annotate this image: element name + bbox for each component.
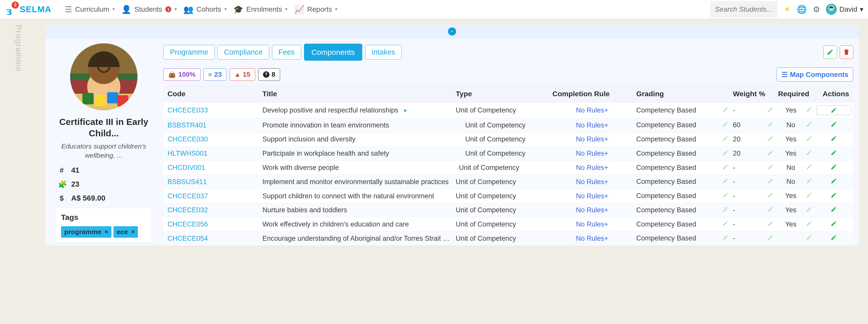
chip-units[interactable]: ≡23 [204, 68, 226, 81]
row-edit-button[interactable] [816, 121, 851, 128]
tab-programme[interactable]: Programme [163, 45, 215, 59]
edit-weight-icon[interactable] [767, 121, 774, 129]
code-link[interactable]: BSBSUS411 [167, 178, 207, 186]
edit-grading-icon[interactable] [722, 106, 728, 114]
row-edit-button[interactable] [816, 192, 851, 198]
row-edit-button[interactable] [816, 178, 851, 184]
completion-rule-link[interactable]: No Rules+ [576, 150, 608, 157]
map-components-button[interactable]: ☰Map Components [777, 68, 853, 81]
completion-rule-link[interactable]: No Rules+ [576, 121, 608, 129]
delete-button[interactable] [840, 45, 853, 59]
edit-button[interactable] [824, 45, 837, 59]
edit-weight-icon[interactable] [767, 192, 774, 200]
edit-grading-icon[interactable] [722, 121, 728, 129]
edit-weight-icon[interactable] [767, 235, 774, 243]
edit-required-icon[interactable] [806, 121, 812, 129]
edit-required-icon[interactable] [806, 220, 812, 228]
th-grading[interactable]: Grading [634, 85, 731, 103]
table-row[interactable]: CHCECE032 Nurture babies and toddlers Un… [163, 203, 853, 217]
code-link[interactable]: CHCECE056 [167, 220, 208, 228]
row-edit-button[interactable] [816, 206, 851, 213]
sort-desc-icon[interactable]: ▼ [403, 108, 407, 114]
th-title[interactable]: Title [260, 85, 454, 103]
tag-remove-icon[interactable]: × [131, 228, 134, 236]
nav-reports[interactable]: 📈 Reports ▾ [294, 5, 338, 14]
table-row[interactable]: BSBSTR401 Promote innovation in team env… [163, 118, 853, 132]
th-actions[interactable]: Actions [814, 85, 853, 103]
logo[interactable]: ε 2 SELMA [6, 4, 52, 14]
nav-cohorts[interactable]: 👥 Cohorts ▾ [183, 5, 227, 14]
completion-rule-link[interactable]: No Rules+ [576, 135, 608, 143]
gear-icon[interactable]: ⚙ [813, 5, 820, 14]
completion-rule-link[interactable]: No Rules+ [576, 206, 608, 214]
chip-progress[interactable]: 👜100% [163, 68, 200, 81]
th-required[interactable]: Required [776, 85, 814, 103]
row-edit-button[interactable] [816, 235, 851, 241]
edit-required-icon[interactable] [806, 106, 812, 114]
completion-rule-link[interactable]: No Rules+ [576, 192, 608, 200]
row-edit-button[interactable] [816, 135, 851, 142]
theme-toggle-icon[interactable]: ☀ [783, 5, 791, 14]
edit-weight-icon[interactable] [767, 135, 774, 143]
edit-required-icon[interactable] [806, 135, 812, 143]
table-row[interactable]: HLTWHS001 Participate in workplace healt… [163, 146, 853, 161]
edit-grading-icon[interactable] [722, 220, 728, 228]
nav-curriculum[interactable]: ☰ Curriculum ▾ [65, 5, 115, 14]
edit-required-icon[interactable] [806, 178, 812, 186]
tab-intakes[interactable]: Intakes [365, 45, 402, 59]
table-row[interactable]: CHCDIV001 Work with diverse people Unit … [163, 161, 853, 175]
edit-weight-icon[interactable] [767, 178, 774, 186]
edit-required-icon[interactable] [806, 150, 812, 158]
row-edit-button[interactable] [816, 106, 851, 114]
code-link[interactable]: CHCECE033 [167, 106, 208, 114]
th-rule[interactable]: Completion Rule [550, 85, 634, 103]
completion-rule-link[interactable]: No Rules+ [576, 220, 608, 228]
code-link[interactable]: CHCECE032 [167, 206, 208, 214]
edit-grading-icon[interactable] [722, 164, 728, 172]
table-row[interactable]: BSBSUS411 Implement and monitor environm… [163, 175, 853, 189]
table-row[interactable]: CHCECE030 Support inclusion and diversit… [163, 132, 853, 146]
chip-warnings[interactable]: ▲15 [230, 68, 255, 81]
tag[interactable]: ece× [114, 226, 138, 238]
code-link[interactable]: CHCDIV001 [167, 164, 205, 171]
row-edit-button[interactable] [816, 220, 851, 227]
tag-remove-icon[interactable]: × [104, 228, 108, 236]
table-row[interactable]: CHCECE056 Work effectively in children's… [163, 217, 853, 231]
th-weight[interactable]: Weight % [731, 85, 776, 103]
edit-weight-icon[interactable] [767, 106, 774, 114]
table-row[interactable]: CHCECE037 Support children to connect wi… [163, 189, 853, 203]
tag[interactable]: programme× [61, 226, 112, 238]
edit-grading-icon[interactable] [722, 135, 728, 143]
tab-components[interactable]: Components [304, 44, 362, 61]
completion-rule-link[interactable]: No Rules+ [576, 235, 608, 242]
code-link[interactable]: CHCECE030 [167, 135, 208, 143]
edit-weight-icon[interactable] [767, 220, 774, 228]
edit-weight-icon[interactable] [767, 150, 774, 158]
nav-students[interactable]: 👤 Students 1 ▾ [121, 5, 177, 14]
th-code[interactable]: Code [163, 85, 260, 103]
completion-rule-link[interactable]: No Rules+ [576, 178, 608, 186]
table-row[interactable]: CHCECE033 Develop positive and respectfu… [163, 103, 853, 118]
edit-grading-icon[interactable] [722, 206, 728, 214]
search-input[interactable] [710, 1, 778, 17]
edit-required-icon[interactable] [806, 164, 812, 172]
globe-icon[interactable]: 🌐 [797, 5, 807, 14]
edit-required-icon[interactable] [806, 206, 812, 214]
edit-required-icon[interactable] [806, 235, 812, 243]
row-edit-button[interactable] [816, 150, 851, 156]
chip-unknown[interactable]: ?8 [258, 68, 280, 81]
user-menu[interactable]: David ▾ [826, 4, 864, 14]
code-link[interactable]: CHCECE054 [167, 235, 208, 242]
edit-weight-icon[interactable] [767, 206, 774, 214]
tab-compliance[interactable]: Compliance [218, 45, 269, 59]
edit-grading-icon[interactable] [722, 235, 728, 243]
completion-rule-link[interactable]: No Rules+ [576, 164, 608, 171]
edit-grading-icon[interactable] [722, 192, 728, 200]
row-edit-button[interactable] [816, 164, 851, 170]
code-link[interactable]: HLTWHS001 [167, 150, 207, 157]
completion-rule-link[interactable]: No Rules+ [576, 106, 608, 114]
edit-required-icon[interactable] [806, 192, 812, 200]
th-type[interactable]: Type [454, 85, 550, 103]
code-link[interactable]: BSBSTR401 [167, 121, 206, 129]
expand-toggle[interactable] [448, 28, 456, 36]
